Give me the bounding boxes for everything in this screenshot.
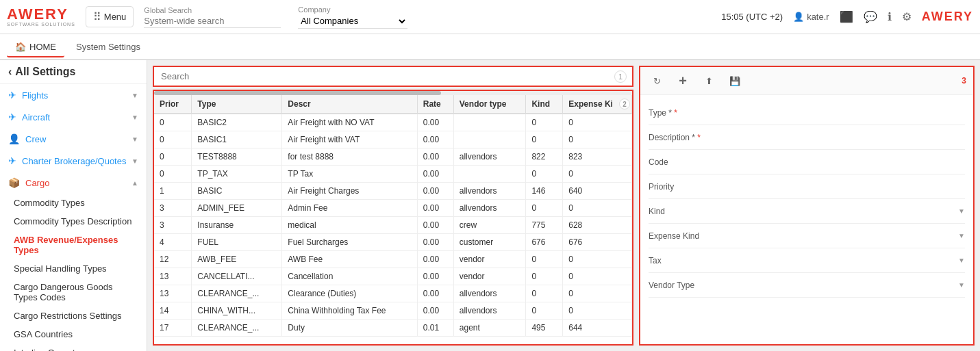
table-badge: 2 <box>619 99 630 109</box>
table-row[interactable]: 17 CLEARANCE_... Duty 0.01 agent 495 644 <box>154 320 632 337</box>
cell-prior: 0 <box>154 114 192 131</box>
cell-kind: 822 <box>526 148 563 166</box>
logout-icon[interactable]: ⬛ <box>840 10 853 23</box>
table-row[interactable]: 0 BASIC2 Air Freight with NO VAT 0.00 0 … <box>154 114 632 131</box>
aircraft-icon: ✈ <box>8 112 16 122</box>
cell-type: Insuranse <box>192 217 282 234</box>
global-search-input[interactable] <box>144 14 281 28</box>
cell-expense-kind: 0 <box>563 114 632 131</box>
cell-kind: 676 <box>526 234 563 251</box>
cell-kind: 0 <box>526 251 563 268</box>
col-descr[interactable]: Descr <box>282 95 417 114</box>
col-type[interactable]: Type <box>192 95 282 114</box>
save-button[interactable]: 💾 <box>725 71 744 90</box>
form-dropdown-tax[interactable]: ▼ <box>738 257 965 264</box>
awery-brand-right: AWERY <box>922 10 973 24</box>
add-icon: + <box>679 73 687 89</box>
cell-kind: 0 <box>526 166 563 183</box>
col-prior[interactable]: Prior <box>154 95 192 114</box>
cell-rate: 0.00 <box>417 268 453 285</box>
cell-prior: 17 <box>154 320 192 337</box>
nav-user: 👤 kate.r <box>793 12 829 22</box>
cell-expense-kind: 644 <box>563 320 632 337</box>
col-kind[interactable]: Kind <box>526 95 563 114</box>
table-row[interactable]: 0 BASIC1 Air Freight with VAT 0.00 0 0 <box>154 131 632 148</box>
cell-rate: 0.00 <box>417 217 453 234</box>
chevron-right-icon: ▼ <box>131 92 138 99</box>
cell-prior: 4 <box>154 234 192 251</box>
sidebar-sub-commodity-types-desc[interactable]: Commodity Types Description <box>0 212 147 231</box>
settings-icon[interactable]: ⚙ <box>902 10 912 23</box>
global-search-container: Global Search <box>144 6 281 28</box>
menu-button[interactable]: ⠿ Menu <box>86 6 134 27</box>
table-row[interactable]: 3 Insuranse medical 0.00 crew 775 628 <box>154 217 632 234</box>
sidebar-sub-gsa-countries[interactable]: GSA Countries <box>0 325 147 343</box>
cell-rate: 0.00 <box>417 200 453 217</box>
info-icon[interactable]: ℹ <box>888 10 892 23</box>
table-row[interactable]: 4 FUEL Fuel Surcharges 0.00 customer 676… <box>154 234 632 251</box>
company-dropdown[interactable]: All Companies <box>298 14 407 29</box>
sidebar-item-cargo[interactable]: 📦 Cargo ▲ <box>0 172 147 194</box>
form-label-code: Code <box>649 157 738 167</box>
cell-vendor-type: allvendors <box>453 285 526 302</box>
col-expense-kind[interactable]: Expense Ki 2 <box>563 95 632 114</box>
nav-home[interactable]: 🏠 HOME <box>7 38 64 57</box>
cell-rate: 0.00 <box>417 251 453 268</box>
cell-expense-kind: 823 <box>563 148 632 166</box>
table-row[interactable]: 13 CLEARANCE_... Clearance (Duties) 0.00… <box>154 285 632 302</box>
table-row[interactable]: 12 AWB_FEE AWB Fee 0.00 vendor 0 0 <box>154 251 632 268</box>
cell-vendor-type: allvendors <box>453 302 526 320</box>
sidebar-item-charter[interactable]: ✈ Charter Brokerage/Quotes ▼ <box>0 150 147 172</box>
nav-system-settings-label: System Settings <box>76 42 140 52</box>
table-row[interactable]: 3 ADMIN_FEE Admin Fee 0.00 allvendors 0 … <box>154 200 632 217</box>
table-row[interactable]: 0 TEST8888 for test 8888 0.00 allvendors… <box>154 148 632 166</box>
sidebar-sub-commodity-types[interactable]: Commodity Types <box>0 194 147 212</box>
nav-username: kate.r <box>807 12 829 22</box>
sidebar-back-button[interactable]: ‹ All Settings <box>0 60 147 84</box>
home-icon: 🏠 <box>15 42 26 52</box>
refresh-button[interactable]: ↻ <box>647 71 666 90</box>
nav-system-settings[interactable]: System Settings <box>68 38 149 56</box>
chevron-right-icon-charter: ▼ <box>131 157 138 165</box>
cell-vendor-type: vendor <box>453 251 526 268</box>
cell-type: CLEARANCE_... <box>192 285 282 302</box>
cell-expense-kind: 0 <box>563 251 632 268</box>
cell-descr: Air Freight Charges <box>282 183 417 200</box>
sidebar-sub-interline[interactable]: Interline Operator <box>0 343 147 351</box>
cell-vendor-type: agent <box>453 320 526 337</box>
chevron-right-icon-crew: ▼ <box>131 135 138 143</box>
search-input[interactable] <box>161 71 625 81</box>
sidebar-item-crew[interactable]: 👤 Crew ▼ <box>0 128 147 150</box>
cell-type: CANCELLATI... <box>192 268 282 285</box>
table-row[interactable]: 13 CANCELLATI... Cancellation 0.00 vendo… <box>154 268 632 285</box>
cell-kind: 0 <box>526 200 563 217</box>
cell-kind: 0 <box>526 131 563 148</box>
sidebar-item-aircraft[interactable]: ✈ Aircraft ▼ <box>0 106 147 128</box>
cell-prior: 14 <box>154 302 192 320</box>
table-row[interactable]: 14 CHINA_WITH... China Withholding Tax F… <box>154 302 632 320</box>
dropdown-arrow-icon: ▼ <box>958 232 965 239</box>
form-dropdown-vendor-type[interactable]: ▼ <box>738 281 965 289</box>
col-rate[interactable]: Rate <box>417 95 453 114</box>
col-vendor-type[interactable]: Vendor type <box>453 95 526 114</box>
cell-descr: China Withholding Tax Fee <box>282 302 417 320</box>
upload-button[interactable]: ⬆ <box>699 71 718 90</box>
cell-expense-kind: 676 <box>563 234 632 251</box>
sub-navigation: 🏠 HOME System Settings <box>0 34 980 60</box>
form-dropdown-kind[interactable]: ▼ <box>738 207 965 215</box>
table-row[interactable]: 0 TP_TAX TP Tax 0.00 0 0 <box>154 166 632 183</box>
sidebar-sub-cargo-restrictions[interactable]: Cargo Restrictions Settings <box>0 307 147 325</box>
menu-dots-icon: ⠿ <box>93 10 101 23</box>
sidebar-sub-cargo-dangerous[interactable]: Cargo Dangerous Goods Types Codes <box>0 278 147 307</box>
sidebar-sub-awb-revenue[interactable]: AWB Revenue/Expenses Types <box>0 231 147 259</box>
chat-icon[interactable]: 💬 <box>864 10 877 23</box>
sidebar-cargo-label: Cargo <box>25 178 49 188</box>
dropdown-arrow-icon: ▼ <box>958 281 965 289</box>
form-dropdown-expense-kind[interactable]: ▼ <box>738 232 965 239</box>
table-row[interactable]: 1 BASIC Air Freight Charges 0.00 allvend… <box>154 183 632 200</box>
add-button[interactable]: + <box>673 71 692 90</box>
cell-vendor-type: allvendors <box>453 183 526 200</box>
crew-icon: 👤 <box>8 133 20 144</box>
sidebar-sub-special-handling[interactable]: Special Handling Types <box>0 259 147 278</box>
sidebar-item-flights[interactable]: ✈ Flights ▼ <box>0 84 147 106</box>
